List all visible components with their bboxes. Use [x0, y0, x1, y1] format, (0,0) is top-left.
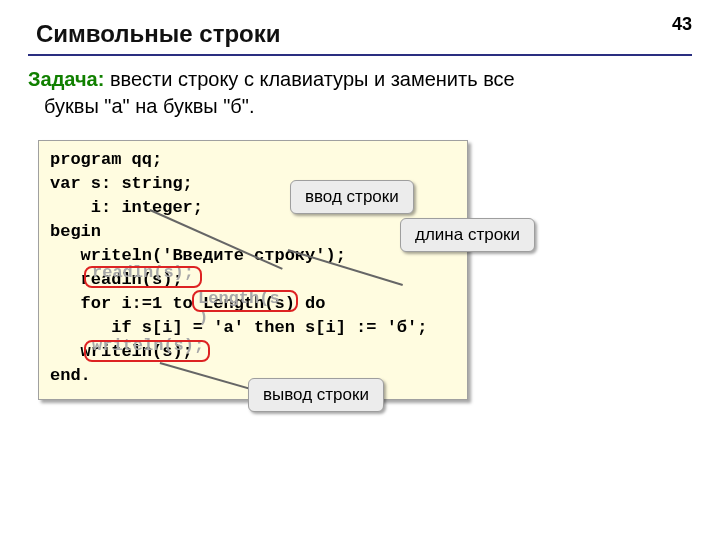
callout-input: ввод строки	[290, 180, 414, 214]
task-label: Задача:	[28, 68, 104, 90]
code-line: program qq;	[50, 150, 162, 169]
code-line: end.	[50, 366, 91, 385]
callout-length: длина строки	[400, 218, 535, 252]
title-underline	[28, 54, 692, 56]
page-title: Символьные строки	[36, 20, 281, 48]
highlight-writeln	[84, 340, 210, 362]
callout-output: вывод строки	[248, 378, 384, 412]
code-line: writeln('Введите строку');	[50, 246, 346, 265]
highlight-readln	[84, 266, 202, 288]
page-number: 43	[672, 14, 692, 35]
task-block: Задача: ввести строку с клавиатуры и зам…	[28, 66, 600, 120]
code-line: i: integer;	[50, 198, 203, 217]
code-line: begin	[50, 222, 101, 241]
code-line: if s[i] = 'а' then s[i] := 'б';	[50, 318, 427, 337]
task-text-line-1: ввести строку с клавиатуры и заменить вс…	[110, 68, 515, 90]
highlight-length	[192, 290, 298, 312]
task-text-line-2: буквы "а" на буквы "б".	[28, 93, 600, 120]
code-line: var s: string;	[50, 174, 193, 193]
